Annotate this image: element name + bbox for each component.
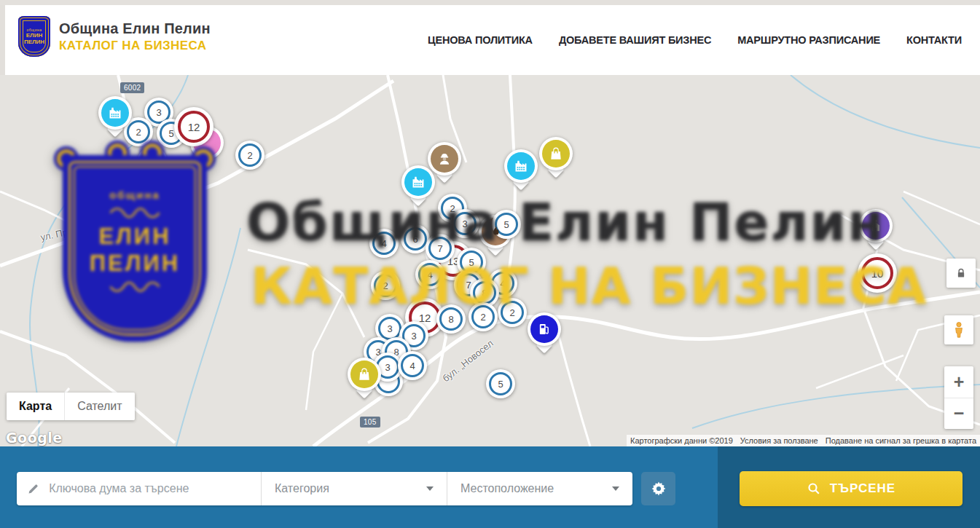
cluster-marker[interactable]: 12 — [174, 107, 213, 146]
map-type-control: Карта Сателит — [7, 393, 135, 420]
cluster-marker[interactable]: 5 — [486, 369, 515, 398]
cluster-marker[interactable]: 4 — [415, 260, 444, 289]
location-select-value: Местоположение — [460, 482, 554, 495]
brand-title: Община Елин Пелин — [59, 20, 211, 37]
business-pin-factory-icon[interactable] — [401, 165, 435, 199]
map-canvas[interactable]: 3251222356413754274822128333834510 общин… — [0, 75, 980, 446]
window-edge — [0, 0, 980, 5]
cluster-marker[interactable]: 2 — [469, 302, 498, 331]
lock-icon — [954, 267, 968, 280]
business-pin-shopping-bag-icon[interactable] — [348, 358, 381, 391]
seal-name-2: ПЕЛИН — [24, 39, 44, 45]
map-markers: 3251222356413754274822128333834510 — [0, 75, 980, 446]
advanced-search-button[interactable] — [641, 472, 675, 505]
cluster-marker[interactable]: 2 — [498, 298, 527, 327]
attribution-report-link[interactable]: Подаване на сигнал за грешка в картата — [822, 435, 980, 446]
category-select[interactable]: Категория — [261, 472, 447, 505]
location-select[interactable]: Местоположение — [447, 472, 632, 505]
zoom-in-button[interactable]: + — [944, 366, 973, 398]
map-attribution: Картографски данни ©2019 Условия за полз… — [627, 435, 980, 446]
street-view-pegman-button[interactable] — [944, 315, 973, 344]
cluster-marker[interactable]: 4 — [398, 351, 427, 380]
lock-scroll-button[interactable] — [946, 259, 976, 288]
cluster-marker[interactable]: 10 — [858, 253, 897, 293]
nav-item-add-business[interactable]: ДОБАВЕТЕ ВАШИЯТ БИЗНЕС — [559, 34, 711, 46]
site-logo[interactable]: община ЕЛИН ПЕЛИН Община Елин Пелин КАТА… — [18, 16, 211, 57]
keyword-input[interactable] — [47, 481, 251, 496]
nav-item-route-schedule[interactable]: МАРШРУТНО РАЗПИСАНИЕ — [737, 34, 880, 46]
business-pin-shopping-bag-icon[interactable] — [539, 137, 573, 170]
business-pin-fuel-pump-icon[interactable] — [528, 312, 561, 346]
attribution-copyright: Картографски данни ©2019 — [627, 435, 737, 446]
chevron-down-icon — [426, 486, 434, 491]
search-submit-button[interactable]: ТЪРСЕНЕ — [740, 471, 963, 506]
map-type-map-button[interactable]: Карта — [7, 393, 64, 420]
google-logo[interactable]: Google — [6, 430, 63, 446]
municipality-seal-icon: община ЕЛИН ПЕЛИН — [18, 16, 50, 57]
zoom-control: + − — [944, 366, 973, 429]
zoom-out-button[interactable]: − — [944, 398, 973, 430]
pegman-icon — [949, 320, 968, 339]
map-type-satellite-button[interactable]: Сателит — [64, 393, 134, 420]
keyword-field[interactable] — [17, 472, 261, 505]
business-pin-church-icon[interactable] — [859, 209, 893, 243]
search-submit-label: ТЪРСЕНЕ — [830, 481, 895, 496]
search-icon — [807, 481, 821, 496]
nav-item-contacts[interactable]: КОНТАКТИ — [906, 34, 962, 46]
main-nav: ЦЕНОВА ПОЛИТИКА ДОБАВЕТЕ ВАШИЯТ БИЗНЕС М… — [428, 5, 962, 75]
business-pin-factory-icon[interactable] — [98, 96, 132, 130]
cluster-marker[interactable]: 3 — [450, 209, 479, 238]
attribution-terms-link[interactable]: Условия за ползване — [737, 435, 822, 446]
cluster-marker[interactable]: 4 — [369, 229, 399, 258]
cluster-marker[interactable]: 2 — [235, 141, 264, 170]
cluster-marker[interactable]: 8 — [436, 304, 466, 334]
category-select-value: Категория — [275, 482, 329, 495]
cluster-marker[interactable]: 2 — [371, 271, 400, 300]
seal-name-1: ЕЛИН — [26, 32, 42, 39]
brand-subtitle: КАТАЛОГ НА БИЗНЕСА — [59, 39, 211, 53]
search-fields: Категория Местоположение — [17, 472, 632, 505]
site-header: община ЕЛИН ПЕЛИН Община Елин Пелин КАТА… — [5, 5, 980, 75]
cluster-marker[interactable] — [138, 146, 167, 176]
cluster-marker[interactable]: 7 — [426, 234, 455, 263]
chevron-down-icon — [612, 486, 619, 491]
nav-item-pricing[interactable]: ЦЕНОВА ПОЛИТИКА — [428, 34, 533, 46]
pencil-icon — [27, 481, 40, 496]
gear-icon — [650, 480, 667, 497]
search-bar: Категория Местоположение ТЪРСЕНЕ — [0, 446, 980, 528]
business-pin-factory-icon[interactable] — [504, 149, 538, 183]
